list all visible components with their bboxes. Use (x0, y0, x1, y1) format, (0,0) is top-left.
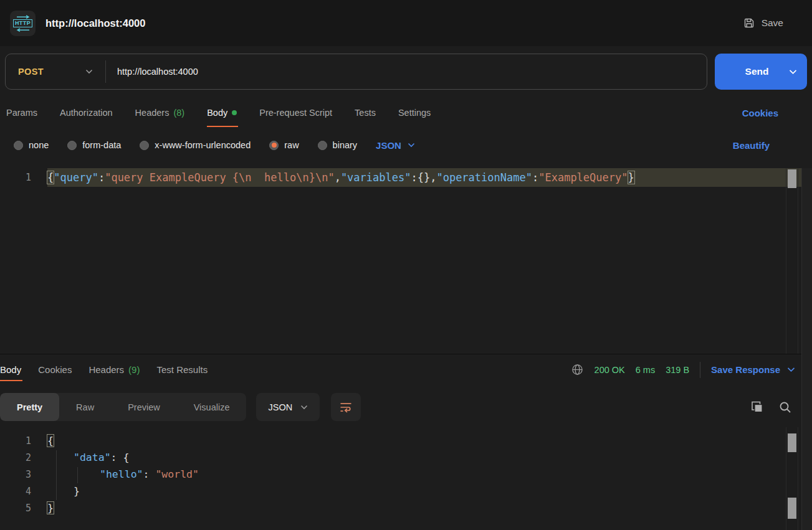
tab-params[interactable]: Params (6, 98, 37, 127)
response-toolbar: Pretty Raw Preview Visualize JSON (0, 393, 812, 421)
url-input[interactable] (106, 67, 707, 77)
request-body-editor[interactable]: 1 {"query":"query ExampleQuery {\n hello… (0, 168, 812, 354)
response-code: "hello": "world" (47, 468, 199, 480)
response-meta: 200 OK 6 ms 319 B Save Response (571, 362, 795, 378)
response-line: 1 { (0, 432, 812, 449)
line-number: 2 (0, 452, 35, 463)
request-body-code[interactable]: {"query":"query ExampleQuery {\n hello\n… (47, 168, 801, 187)
tab-settings[interactable]: Settings (398, 98, 431, 127)
size-badge[interactable]: 319 B (666, 365, 689, 375)
search-icon[interactable] (778, 400, 792, 414)
tab-label: Cookies (38, 364, 72, 375)
mode-radio-binary[interactable]: binary (318, 140, 358, 150)
view-tab-preview[interactable]: Preview (111, 393, 177, 421)
response-code: "data": { (47, 452, 129, 463)
mode-radio-raw[interactable]: raw (269, 140, 299, 150)
save-label: Save (762, 17, 783, 29)
response-view-switcher: Pretty Raw Preview Visualize (0, 393, 246, 421)
send-options-chevron-icon[interactable] (789, 69, 797, 75)
line-number: 1 (0, 435, 35, 447)
code-token: : (532, 171, 538, 184)
seg-label: Preview (128, 402, 160, 412)
send-button[interactable]: Send (715, 54, 807, 90)
save-response-button[interactable]: Save Response (711, 364, 795, 375)
code-token: { (123, 452, 129, 463)
method-label: POST (18, 67, 44, 77)
response-tab-headers[interactable]: Headers(9) (88, 354, 140, 385)
radio-label: form-data (82, 140, 121, 150)
http-protocol-icon: HTTP (10, 11, 36, 36)
tab-label: Body (0, 364, 21, 375)
cookies-link[interactable]: Cookies (742, 108, 778, 118)
save-button[interactable]: Save (743, 17, 783, 29)
view-tab-raw[interactable]: Raw (59, 393, 111, 421)
wrap-lines-icon (339, 401, 353, 414)
tab-label: Settings (398, 108, 431, 118)
radio-icon (67, 141, 77, 150)
tab-label: Headers (135, 108, 170, 118)
tab-label: Params (6, 108, 37, 118)
url-box: POST (5, 54, 707, 90)
mode-radio-form-data[interactable]: form-data (67, 140, 121, 150)
scrollbar-thumb[interactable] (788, 433, 796, 452)
chevron-down-icon (85, 69, 93, 74)
http-badge-text: HTTP (13, 19, 32, 27)
mode-radio-x-www-form-urlencoded[interactable]: x-www-form-urlencoded (140, 140, 251, 150)
code-token: : (111, 452, 123, 463)
response-code: } (47, 502, 54, 514)
format-selector[interactable]: JSON (256, 393, 320, 421)
mode-radio-none[interactable]: none (14, 140, 49, 150)
code-token: "operationName" (436, 171, 532, 184)
scrollbar-thumb[interactable] (788, 169, 796, 188)
radio-icon-selected (269, 141, 279, 150)
radio-label: x-www-form-urlencoded (155, 140, 251, 150)
language-selector[interactable]: JSON (376, 140, 415, 151)
tab-label: Authorization (60, 108, 113, 118)
tab-tests[interactable]: Tests (355, 98, 376, 127)
wrap-lines-button[interactable] (331, 393, 361, 421)
globe-icon (571, 363, 584, 376)
response-tabs: Body Cookies Headers(9) Test Results (0, 354, 208, 385)
indent-guide (56, 450, 57, 500)
radio-label: none (29, 140, 49, 150)
radio-label: binary (333, 140, 358, 150)
response-tab-cookies[interactable]: Cookies (38, 354, 72, 385)
line-number: 4 (0, 486, 35, 497)
beautify-link[interactable]: Beautify (733, 140, 770, 151)
radio-label: raw (284, 140, 299, 150)
code-token: : (143, 468, 156, 480)
response-tab-test-results[interactable]: Test Results (156, 354, 208, 385)
tab-authorization[interactable]: Authorization (60, 98, 113, 127)
tab-label: Test Results (156, 364, 208, 375)
indent-guide (77, 467, 78, 483)
response-body-viewer[interactable]: 1 { 2 "data": { 3 "hello": "world" 4 } 5… (0, 427, 812, 530)
code-token: } (628, 171, 634, 184)
tab-body[interactable]: Body (207, 98, 237, 127)
response-tab-body[interactable]: Body (0, 354, 21, 385)
request-body-line-1[interactable]: 1 {"query":"query ExampleQuery {\n hello… (0, 168, 812, 187)
code-token: } (74, 485, 80, 497)
view-tab-pretty[interactable]: Pretty (0, 393, 59, 421)
tab-headers[interactable]: Headers(8) (135, 98, 185, 127)
code-token: { (47, 435, 54, 447)
scrollbar-thumb[interactable] (788, 498, 796, 519)
send-label: Send (725, 66, 789, 77)
format-label: JSON (268, 402, 292, 412)
time-badge[interactable]: 6 ms (636, 365, 655, 375)
status-badge[interactable]: 200 OK (595, 365, 625, 375)
tab-pre-request-script[interactable]: Pre-request Script (259, 98, 332, 127)
response-code: } (47, 485, 80, 497)
save-response-label: Save Response (711, 364, 780, 375)
response-line: 5 } (0, 499, 812, 516)
active-tab-underline (207, 126, 238, 127)
response-line: 4 } (0, 483, 812, 499)
method-selector[interactable]: POST (6, 67, 105, 77)
seg-label: Raw (76, 402, 94, 412)
copy-icon[interactable] (750, 400, 764, 414)
view-tab-visualize[interactable]: Visualize (177, 393, 247, 421)
line-number: 1 (0, 168, 35, 187)
response-line: 2 "data": { (0, 449, 812, 466)
unsaved-changes-dot (232, 110, 237, 115)
save-icon (743, 17, 755, 29)
divider (700, 362, 700, 378)
